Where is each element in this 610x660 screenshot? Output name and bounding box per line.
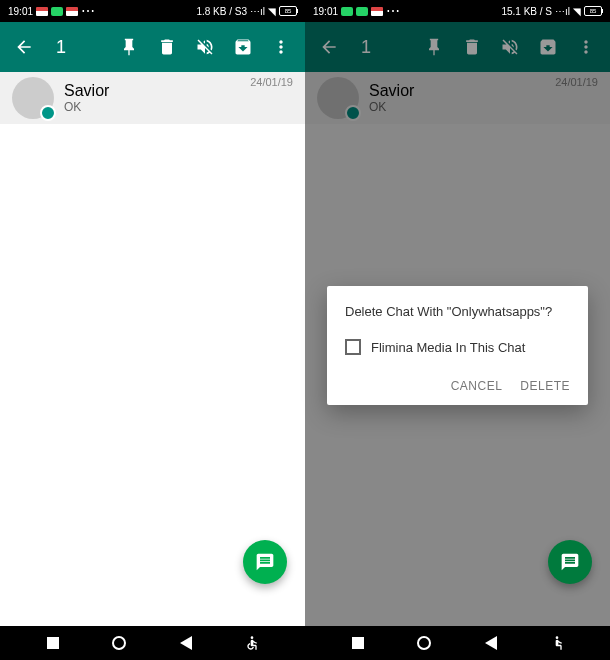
app-icon: [356, 7, 368, 16]
status-bar: 19:01 1.8 KB / S3 ⋯ıl ◥ 85: [0, 0, 305, 22]
delete-dialog: Delete Chat With "Onlywhatsapps"? Flimin…: [327, 286, 588, 405]
chat-item-selected[interactable]: Savior OK 24/01/19: [0, 72, 305, 124]
signal-icon: ⋯ıl: [250, 6, 265, 17]
svg-point-0: [251, 636, 254, 639]
signal-icon: ⋯ıl: [555, 6, 570, 17]
avatar: [12, 77, 54, 119]
phone-right: 19:01 15.1 KB / S ⋯ıl ◥ 85 1: [305, 0, 610, 660]
pin-button[interactable]: [119, 37, 139, 57]
wifi-icon: ◥: [268, 6, 276, 17]
whatsapp-icon: [51, 7, 63, 16]
new-chat-fab[interactable]: [243, 540, 287, 584]
back-button[interactable]: [14, 37, 34, 57]
delete-button[interactable]: [157, 37, 177, 57]
checkbox-label: Flimina Media In This Chat: [371, 340, 525, 355]
whatsapp-icon: [341, 7, 353, 16]
gmail-icon: [66, 7, 78, 16]
gmail-icon: [371, 7, 383, 16]
chat-date: 24/01/19: [250, 76, 293, 88]
back-nav-button[interactable]: [482, 634, 500, 652]
svg-point-1: [556, 636, 559, 639]
accessibility-button[interactable]: [243, 634, 261, 652]
battery-icon: 85: [584, 6, 602, 16]
confirm-delete-button[interactable]: DELETE: [520, 379, 570, 393]
checkbox-icon[interactable]: [345, 339, 361, 355]
phone-left: 19:01 1.8 KB / S3 ⋯ıl ◥ 85 1: [0, 0, 305, 660]
status-bar: 19:01 15.1 KB / S ⋯ıl ◥ 85: [305, 0, 610, 22]
dialog-title: Delete Chat With "Onlywhatsapps"?: [345, 304, 570, 319]
navigation-bar: [305, 626, 610, 660]
accessibility-button[interactable]: [548, 634, 566, 652]
home-button[interactable]: [110, 634, 128, 652]
more-notifications-icon: [81, 3, 95, 19]
dialog-checkbox-row[interactable]: Flimina Media In This Chat: [345, 339, 570, 355]
battery-icon: 85: [279, 6, 297, 16]
new-chat-fab: [548, 540, 592, 584]
chat-list-area: [0, 124, 305, 626]
recents-button[interactable]: [349, 634, 367, 652]
home-button[interactable]: [415, 634, 433, 652]
selected-check-icon: [40, 105, 56, 121]
cancel-button[interactable]: CANCEL: [451, 379, 503, 393]
gmail-icon: [36, 7, 48, 16]
data-speed: 1.8 KB / S3: [196, 6, 247, 17]
more-button[interactable]: [271, 37, 291, 57]
mute-button[interactable]: [195, 37, 215, 57]
selection-toolbar: 1: [0, 22, 305, 72]
status-time: 19:01: [313, 6, 338, 17]
navigation-bar: [0, 626, 305, 660]
chat-name: Savior: [64, 82, 240, 100]
archive-button[interactable]: [233, 37, 253, 57]
status-time: 19:01: [8, 6, 33, 17]
selection-count: 1: [56, 37, 66, 58]
data-speed: 15.1 KB / S: [501, 6, 552, 17]
wifi-icon: ◥: [573, 6, 581, 17]
recents-button[interactable]: [44, 634, 62, 652]
more-notifications-icon: [386, 3, 400, 19]
back-nav-button[interactable]: [177, 634, 195, 652]
chat-last-message: OK: [64, 100, 240, 114]
